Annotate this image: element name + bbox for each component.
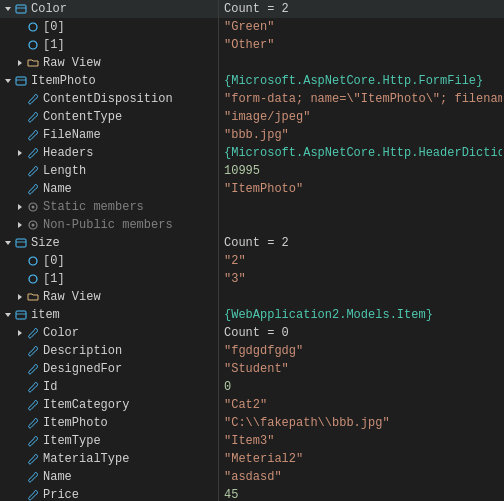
- tree-row[interactable]: ContentDisposition"form-data; name=\"Ite…: [0, 90, 504, 108]
- property-value: "asdasd": [220, 470, 502, 484]
- expand-button: [14, 362, 26, 376]
- array-item-icon: [26, 272, 40, 286]
- svg-point-4: [29, 41, 37, 49]
- tree-row[interactable]: Price45: [0, 486, 504, 501]
- pin-icon: [14, 74, 28, 88]
- expand-button[interactable]: [2, 236, 14, 250]
- tree-row[interactable]: ItemCategory"Cat2": [0, 396, 504, 414]
- property-value: 0: [220, 380, 502, 394]
- expand-button: [14, 164, 26, 178]
- tree-row[interactable]: ItemPhoto"C:\\fakepath\\bbb.jpg": [0, 414, 504, 432]
- tree-row[interactable]: Description"fgdgdfgdg": [0, 342, 504, 360]
- tree-row[interactable]: ColorCount = 2: [0, 0, 504, 18]
- property-icon: [26, 362, 40, 376]
- array-item-icon: [26, 20, 40, 34]
- tree-row[interactable]: Name"ItemPhoto": [0, 180, 504, 198]
- tree-row[interactable]: MaterialType"Meterial2": [0, 450, 504, 468]
- expand-button[interactable]: [14, 146, 26, 160]
- property-name: Length: [43, 164, 86, 178]
- property-name: Color: [31, 2, 67, 16]
- expand-button[interactable]: [14, 200, 26, 214]
- expand-button[interactable]: [2, 74, 14, 88]
- tree-row[interactable]: FileName"bbb.jpg": [0, 126, 504, 144]
- tree-row[interactable]: Id0: [0, 378, 504, 396]
- property-name: Raw View: [43, 56, 101, 70]
- folder-icon: [26, 290, 40, 304]
- tree-row[interactable]: ColorCount = 0: [0, 324, 504, 342]
- expand-button[interactable]: [2, 2, 14, 16]
- tree-row[interactable]: [1]"Other": [0, 36, 504, 54]
- tree-row[interactable]: Name"asdasd": [0, 468, 504, 486]
- property-name: Price: [43, 488, 79, 501]
- expand-button: [14, 398, 26, 412]
- property-value: {Microsoft.AspNetCore.Http.HeaderDiction…: [220, 146, 502, 160]
- property-name: ItemPhoto: [43, 416, 108, 430]
- tree-row[interactable]: ContentType"image/jpeg": [0, 108, 504, 126]
- property-name: DesignedFor: [43, 362, 122, 376]
- property-value: 10995: [220, 164, 502, 178]
- property-icon: [26, 470, 40, 484]
- svg-marker-22: [5, 313, 11, 317]
- property-value: "3": [220, 272, 502, 286]
- tree-row[interactable]: ItemType"Item3": [0, 432, 504, 450]
- property-value: Count = 2: [220, 2, 502, 16]
- property-name: ContentDisposition: [43, 92, 173, 106]
- svg-marker-21: [18, 294, 22, 300]
- tree-row[interactable]: [0]"2": [0, 252, 504, 270]
- tree-row[interactable]: Raw View: [0, 54, 504, 72]
- expand-button: [14, 434, 26, 448]
- property-name: item: [31, 308, 60, 322]
- svg-rect-17: [16, 239, 26, 247]
- tree-row[interactable]: item{WebApplication2.Models.Item}: [0, 306, 504, 324]
- property-value: "Other": [220, 38, 502, 52]
- property-icon: [26, 92, 40, 106]
- property-value: "2": [220, 254, 502, 268]
- svg-marker-16: [5, 241, 11, 245]
- svg-point-20: [29, 275, 37, 283]
- svg-point-3: [29, 23, 37, 31]
- expand-button[interactable]: [2, 308, 14, 322]
- property-value: "C:\\fakepath\\bbb.jpg": [220, 416, 502, 430]
- tree-row[interactable]: [0]"Green": [0, 18, 504, 36]
- expand-button[interactable]: [14, 290, 26, 304]
- tree-row[interactable]: Raw View: [0, 288, 504, 306]
- property-icon: [26, 452, 40, 466]
- tree-row[interactable]: SizeCount = 2: [0, 234, 504, 252]
- tree-row[interactable]: ItemPhoto{Microsoft.AspNetCore.Http.Form…: [0, 72, 504, 90]
- property-icon: [26, 398, 40, 412]
- expand-button[interactable]: [14, 56, 26, 70]
- svg-marker-6: [5, 79, 11, 83]
- expand-button: [14, 20, 26, 34]
- expand-button: [14, 488, 26, 501]
- tree-row[interactable]: Length10995: [0, 162, 504, 180]
- svg-marker-10: [18, 204, 22, 210]
- expand-button: [14, 416, 26, 430]
- tree-row[interactable]: Static members: [0, 198, 504, 216]
- tree-row[interactable]: Non-Public members: [0, 216, 504, 234]
- svg-point-19: [29, 257, 37, 265]
- property-name: Description: [43, 344, 122, 358]
- property-value: "Item3": [220, 434, 502, 448]
- debug-tree: ColorCount = 2[0]"Green"[1]"Other"Raw Vi…: [0, 0, 504, 501]
- property-value: {WebApplication2.Models.Item}: [220, 308, 502, 322]
- expand-button: [14, 92, 26, 106]
- array-item-icon: [26, 254, 40, 268]
- property-icon: [26, 146, 40, 160]
- property-icon: [26, 182, 40, 196]
- expand-button[interactable]: [14, 218, 26, 232]
- expand-button: [14, 254, 26, 268]
- property-name: Headers: [43, 146, 93, 160]
- tree-row[interactable]: [1]"3": [0, 270, 504, 288]
- property-icon: [26, 434, 40, 448]
- property-name: ItemType: [43, 434, 101, 448]
- svg-marker-0: [5, 7, 11, 11]
- static-icon: [26, 218, 40, 232]
- expand-button: [14, 38, 26, 52]
- tree-row[interactable]: Headers{Microsoft.AspNetCore.Http.Header…: [0, 144, 504, 162]
- property-value: {Microsoft.AspNetCore.Http.FormFile}: [220, 74, 502, 88]
- property-name: Name: [43, 182, 72, 196]
- tree-row[interactable]: DesignedFor"Student": [0, 360, 504, 378]
- property-value: "ItemPhoto": [220, 182, 502, 196]
- property-name: [0]: [43, 254, 65, 268]
- expand-button[interactable]: [14, 326, 26, 340]
